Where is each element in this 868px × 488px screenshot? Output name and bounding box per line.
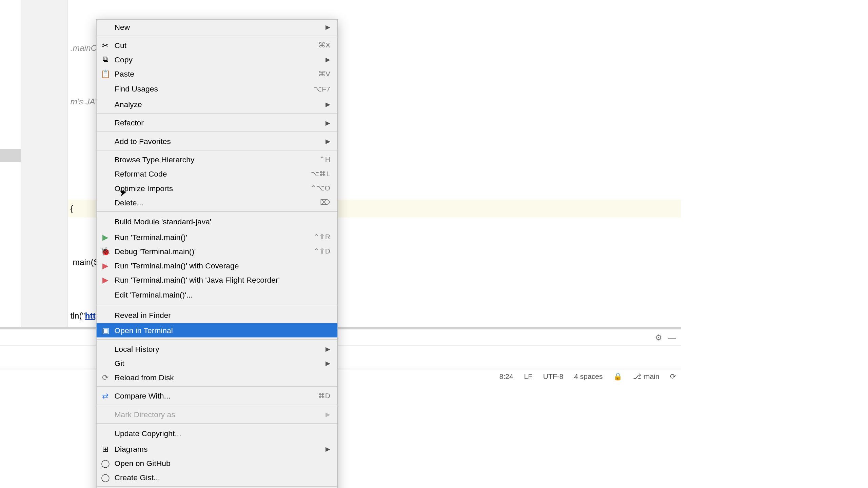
menu-label: New (115, 22, 130, 31)
menu-paste[interactable]: 📋Paste⌘V (97, 66, 337, 81)
menu-new[interactable]: New▶ (97, 20, 337, 34)
chevron-right-icon: ▶ (326, 345, 330, 352)
menu-cut[interactable]: ✂Cut⌘X (97, 38, 337, 52)
menu-label: Update Copyright... (115, 429, 181, 438)
menu-label: Analyze (115, 100, 142, 108)
shortcut: ⌃⇧D (313, 247, 330, 256)
menu-diagrams[interactable]: ⊞Diagrams▶ (97, 442, 337, 456)
diagram-icon: ⊞ (100, 444, 111, 453)
menu-label: Debug 'Terminal.main()' (115, 247, 196, 256)
menu-label: Local History (115, 344, 159, 353)
menu-reformat[interactable]: Reformat Code⌥⌘L (97, 167, 337, 181)
menu-label: Build Module 'standard-java' (115, 217, 212, 226)
github-icon: ◯ (100, 473, 111, 482)
gear-icon[interactable]: ⚙ (653, 332, 664, 343)
menu-find-usages[interactable]: Find Usages⌥F7 (97, 81, 337, 97)
menu-label: Git (115, 359, 124, 367)
menu-run-jfr[interactable]: ▶Run 'Terminal.main()' with 'Java Flight… (97, 272, 337, 287)
menu-git[interactable]: Git▶ (97, 356, 337, 370)
run-icon: ▶ (100, 232, 111, 241)
terminal-icon: ▣ (100, 326, 111, 334)
menu-label: Compare With... (115, 391, 171, 400)
chevron-right-icon: ▶ (326, 23, 330, 30)
github-icon: ◯ (100, 459, 111, 467)
menu-label: Browse Type Hierarchy (115, 155, 195, 164)
menu-local-history[interactable]: Local History▶ (97, 342, 337, 356)
diff-icon: ⇄ (100, 391, 111, 400)
chevron-right-icon: ▶ (326, 445, 330, 452)
chevron-right-icon: ▶ (326, 101, 330, 107)
shortcut: ⌦ (320, 198, 330, 207)
menu-compare-with[interactable]: ⇄Compare With...⌘D (97, 389, 337, 403)
menu-run[interactable]: ▶Run 'Terminal.main()'⌃⇧R (97, 230, 337, 244)
lock-icon[interactable]: 🔒 (613, 372, 622, 381)
chevron-right-icon: ▶ (326, 138, 330, 144)
menu-browse-type-hierarchy[interactable]: Browse Type Hierarchy⌃H (97, 152, 337, 166)
project-panel: ▦ Project ▼ ⊟ ⚙ — ▾java ▾com.jetbrains ▸… (0, 0, 21, 327)
menu-mark-directory: Mark Directory as▶ (97, 407, 337, 421)
cursor-position[interactable]: 8:24 (499, 372, 513, 381)
menu-reload-disk[interactable]: ⟳Reload from Disk (97, 370, 337, 384)
menu-edit-run-config[interactable]: Edit 'Terminal.main()'... (97, 287, 337, 303)
sync-icon[interactable]: ⟳ (670, 372, 676, 381)
menu-label: Add to Favorites (115, 137, 171, 145)
shortcut: ⌃⇧R (313, 232, 330, 241)
menu-optimize-imports[interactable]: Optimize Imports⌃⌥O (97, 181, 337, 195)
shortcut: ⌘D (318, 391, 330, 400)
encoding[interactable]: UTF-8 (543, 372, 564, 381)
menu-label: Run 'Terminal.main()' (115, 232, 188, 241)
copy-icon: ⧉ (100, 55, 111, 64)
menu-analyze[interactable]: Analyze▶ (97, 97, 337, 111)
menu-refactor[interactable]: Refactor▶ (97, 115, 337, 129)
menu-label: Mark Directory as (115, 410, 175, 419)
menu-label: Refactor (115, 118, 144, 127)
menu-label: Reformat Code (115, 169, 167, 178)
menu-label: Open in Terminal (115, 326, 173, 334)
gutter: 3 4 − (21, 0, 68, 327)
code-text: { (71, 204, 73, 213)
project-tree[interactable]: ▾java ▾com.jetbrains ▸analysis ▸code ▸co… (0, 0, 21, 327)
menu-label: Paste (115, 69, 134, 78)
hide-icon[interactable]: — (667, 332, 677, 343)
code-text: tln(" (71, 311, 85, 321)
menu-update-copyright[interactable]: Update Copyright... (97, 425, 337, 441)
context-menu: New▶ ✂Cut⌘X ⧉Copy▶ 📋Paste⌘V Find Usages⌥… (96, 19, 338, 488)
menu-run-coverage[interactable]: ▶Run 'Terminal.main()' with Coverage (97, 258, 337, 272)
git-branch[interactable]: main (644, 372, 659, 381)
menu-add-favorites[interactable]: Add to Favorites▶ (97, 134, 337, 148)
menu-label: Create Gist... (115, 473, 160, 482)
menu-open-in-terminal[interactable]: ▣Open in Terminal (97, 323, 337, 337)
menu-label: Delete... (115, 198, 143, 207)
coverage-icon: ▶ (100, 261, 111, 270)
paste-icon: 📋 (100, 69, 111, 78)
menu-open-github[interactable]: ◯Open on GitHub (97, 456, 337, 470)
menu-label: Edit 'Terminal.main()'... (115, 290, 193, 299)
shortcut: ⌥F7 (314, 85, 330, 93)
shortcut: ⌃H (319, 155, 330, 164)
debug-icon: 🐞 (100, 247, 111, 256)
menu-create-gist[interactable]: ◯Create Gist... (97, 470, 337, 484)
menu-reveal-finder[interactable]: Reveal in Finder (97, 307, 337, 323)
shortcut: ⌥⌘L (311, 169, 330, 178)
menu-label: Cut (115, 41, 127, 49)
chevron-right-icon: ▶ (326, 56, 330, 63)
menu-label: Open on GitHub (115, 459, 171, 467)
menu-debug[interactable]: 🐞Debug 'Terminal.main()'⌃⇧D (97, 244, 337, 258)
chevron-right-icon: ▶ (326, 411, 330, 417)
menu-label: Copy (115, 55, 133, 64)
menu-delete[interactable]: Delete...⌦ (97, 195, 337, 209)
tree-item-terminal[interactable]: CTerminal (0, 149, 21, 162)
menu-label: Run 'Terminal.main()' with Coverage (115, 261, 239, 270)
menu-label: Reload from Disk (115, 373, 174, 382)
shortcut: ⌘X (318, 41, 330, 49)
menu-build-module[interactable]: Build Module 'standard-java' (97, 214, 337, 229)
cut-icon: ✂ (100, 41, 111, 49)
menu-label: Reveal in Finder (115, 310, 171, 319)
chevron-right-icon: ▶ (326, 360, 330, 366)
reload-icon: ⟳ (100, 373, 111, 382)
shortcut: ⌃⌥O (310, 184, 330, 192)
menu-copy[interactable]: ⧉Copy▶ (97, 52, 337, 66)
profiler-icon: ▶ (100, 275, 111, 284)
line-separator[interactable]: LF (524, 372, 532, 381)
indent[interactable]: 4 spaces (574, 372, 603, 381)
